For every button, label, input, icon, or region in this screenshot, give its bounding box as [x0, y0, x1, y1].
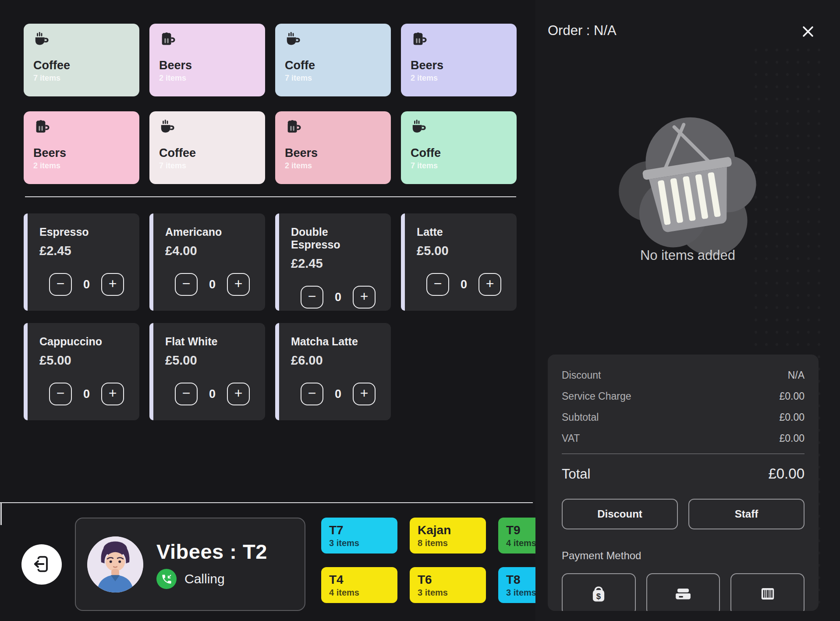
product-name: Espresso [39, 226, 129, 238]
category-card[interactable]: Beers 2 items [24, 111, 139, 184]
product-name: Double Espresso [291, 226, 380, 251]
category-name: Beers [285, 146, 381, 160]
table-item-count: 3 items [418, 588, 478, 598]
table-button-t4[interactable]: T4 4 items [321, 567, 397, 603]
table-name: T4 [329, 573, 390, 587]
summary-value: N/A [788, 369, 805, 381]
table-item-count: 8 items [418, 538, 478, 548]
discount-button[interactable]: Discount [562, 499, 678, 529]
decrease-button[interactable]: − [301, 383, 323, 405]
category-card[interactable]: Beers 2 items [401, 24, 517, 96]
product-name: Matcha Latte [291, 335, 380, 348]
product-price: £4.00 [165, 244, 255, 258]
pos-screen: Coffee 7 items Beers 2 items Coffe 7 ite… [0, 0, 840, 621]
quantity-stepper: − 0 + [175, 273, 255, 296]
summary-row: Service Charge £0.00 [562, 390, 805, 402]
action-row: Discount Staff [562, 499, 805, 529]
increase-button[interactable]: + [353, 286, 376, 309]
decrease-button[interactable]: − [301, 286, 323, 309]
category-item-count: 7 items [411, 161, 507, 170]
summary-label: Subtotal [562, 412, 599, 423]
decrease-button[interactable]: − [49, 273, 72, 296]
quantity-stepper: − 0 + [301, 286, 380, 309]
quantity-stepper: − 0 + [175, 383, 255, 405]
category-name: Coffee [33, 59, 130, 72]
total-value: £0.00 [768, 465, 805, 482]
decrease-button[interactable]: − [49, 383, 72, 405]
category-card[interactable]: Coffee 7 items [24, 24, 139, 96]
category-card[interactable]: Beers 2 items [149, 24, 265, 96]
decrease-button[interactable]: − [175, 273, 198, 296]
increase-button[interactable]: + [227, 383, 250, 405]
total-row: Total £0.00 [562, 465, 805, 482]
increase-button[interactable]: + [227, 273, 250, 296]
order-title: Order : N/A [548, 23, 617, 39]
quantity-value: 0 [209, 278, 216, 291]
category-name: Coffe [285, 59, 381, 72]
beer-mug-icon [33, 119, 130, 137]
product-price: £5.00 [39, 353, 129, 368]
summary-label: Discount [562, 369, 601, 381]
category-item-count: 2 items [411, 74, 507, 83]
barcode-payment-button[interactable] [730, 573, 805, 611]
cash-payment-button[interactable]: $ [562, 573, 636, 611]
increase-button[interactable]: + [478, 273, 501, 296]
logout-button[interactable] [21, 544, 62, 585]
product-card[interactable]: Cappuccino £5.00 − 0 + [24, 323, 139, 420]
product-card[interactable]: Double Espresso £2.45 − 0 + [275, 213, 391, 311]
summary-row: VAT £0.00 [562, 433, 805, 444]
quantity-stepper: − 0 + [49, 273, 129, 296]
user-card[interactable]: Vibees : T2 Calling [75, 518, 305, 611]
product-card[interactable]: Espresso £2.45 − 0 + [24, 213, 139, 311]
category-item-count: 2 items [159, 74, 255, 83]
category-item-count: 7 items [33, 74, 130, 83]
product-card[interactable]: Flat White £5.00 − 0 + [149, 323, 265, 420]
product-grid: Espresso £2.45 − 0 + Americano £4.00 − 0… [24, 213, 517, 420]
staff-button[interactable]: Staff [688, 499, 805, 529]
quantity-stepper: − 0 + [49, 383, 129, 405]
status-row: Calling [156, 569, 267, 589]
beer-mug-icon [159, 32, 255, 49]
product-price: £6.00 [291, 353, 380, 368]
product-card[interactable]: Matcha Latte £6.00 − 0 + [275, 323, 391, 420]
money-bag-icon: $ [588, 583, 609, 606]
section-divider [25, 196, 516, 197]
increase-button[interactable]: + [101, 273, 124, 296]
user-name: Vibees : T2 [156, 539, 267, 564]
beer-mug-icon [411, 32, 507, 49]
product-card[interactable]: Americano £4.00 − 0 + [149, 213, 265, 311]
product-price: £2.45 [39, 244, 129, 258]
summary-row: Discount N/A [562, 369, 805, 381]
product-price: £5.00 [165, 353, 255, 368]
summary-value: £0.00 [779, 390, 805, 402]
close-button[interactable] [799, 23, 817, 41]
summary-label: Service Charge [562, 390, 631, 402]
decrease-button[interactable]: − [426, 273, 449, 296]
product-card[interactable]: Latte £5.00 − 0 + [401, 213, 517, 311]
coffee-cup-icon [411, 119, 507, 137]
payment-method-label: Payment Method [562, 550, 805, 562]
coffee-cup-icon [33, 32, 130, 49]
product-name: Americano [165, 226, 255, 238]
table-button-kajan[interactable]: Kajan 8 items [410, 518, 486, 554]
increase-button[interactable]: + [353, 383, 376, 405]
table-button-t7[interactable]: T7 3 items [321, 518, 397, 554]
category-card[interactable]: Coffe 7 items [401, 111, 517, 184]
coffee-cup-icon [159, 119, 255, 137]
table-button-t6[interactable]: T6 3 items [410, 567, 486, 603]
table-name: Kajan [418, 523, 478, 537]
category-card[interactable]: Coffee 7 items [149, 111, 265, 184]
product-name: Latte [417, 226, 506, 238]
increase-button[interactable]: + [101, 383, 124, 405]
category-name: Beers [159, 59, 255, 72]
summary-label: VAT [562, 433, 580, 444]
quantity-value: 0 [209, 387, 216, 401]
category-card[interactable]: Beers 2 items [275, 111, 391, 184]
product-price: £5.00 [417, 244, 506, 258]
category-item-count: 7 items [285, 74, 381, 83]
decrease-button[interactable]: − [175, 383, 198, 405]
quantity-value: 0 [335, 387, 341, 401]
beer-mug-icon [285, 119, 381, 137]
category-card[interactable]: Coffe 7 items [275, 24, 391, 96]
card-payment-button[interactable] [646, 573, 720, 611]
